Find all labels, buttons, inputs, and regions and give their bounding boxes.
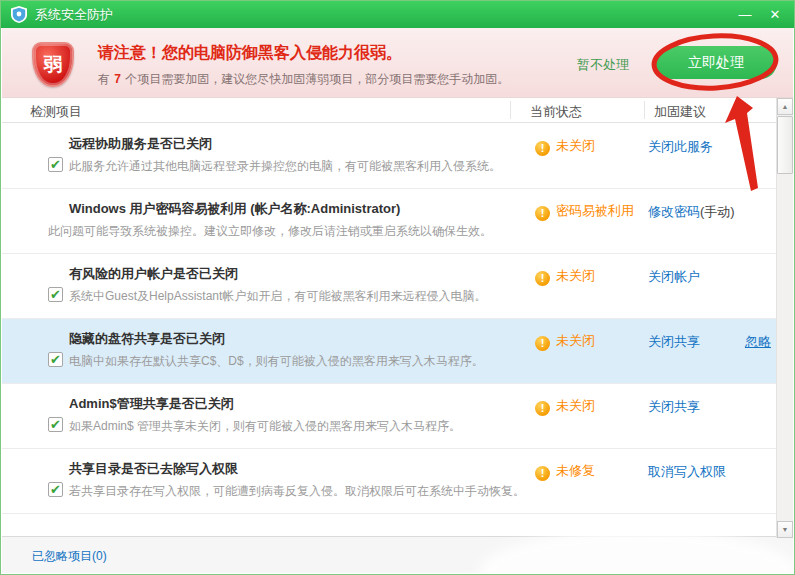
row-description: 电脑中如果存在默认共享C$、D$，则有可能被入侵的黑客用来写入木马程序。	[69, 353, 484, 370]
fix-now-button[interactable]: 立即处理	[655, 46, 777, 79]
row-status-text: 未关闭	[556, 268, 595, 283]
row-action: 关闭共享	[648, 333, 700, 351]
row-action: 关闭共享	[648, 398, 700, 416]
warning-subtitle: 有 7 个项目需要加固，建议您尽快加固薄弱项目，部分项目需要您手动加固。	[98, 71, 509, 88]
warning-title: 请注意！您的电脑防御黑客入侵能力很弱。	[98, 43, 402, 64]
table-row: ✔ 有风险的用户帐户是否已关闭 系统中Guest及HelpAssistant帐户…	[2, 254, 776, 319]
table-row: ✔ 共享目录是否已去除写入权限 若共享目录存在写入权限，可能遭到病毒反复入侵。取…	[2, 449, 776, 514]
row-description: 若共享目录存在写入权限，可能遭到病毒反复入侵。取消权限后可在系统中手动恢复。	[69, 483, 525, 500]
row-checkbox[interactable]: ✔	[48, 482, 63, 497]
row-checkbox[interactable]: ✔	[48, 287, 63, 302]
row-action: 修改密码(手动)	[648, 203, 735, 221]
row-status: !未修复	[535, 462, 595, 481]
weak-item-count: 7	[113, 72, 122, 86]
close-button[interactable]: ✕	[760, 1, 790, 28]
row-status: !密码易被利用	[535, 202, 634, 221]
warning-banner: 弱 请注意！您的电脑防御黑客入侵能力很弱。 有 7 个项目需要加固，建议您尽快加…	[2, 28, 793, 98]
minimize-button[interactable]: —	[730, 1, 760, 28]
weak-shield-icon: 弱	[32, 42, 74, 87]
row-status: !未关闭	[535, 397, 595, 416]
row-action: 关闭帐户	[648, 268, 700, 286]
column-header-item: 检测项目	[30, 103, 82, 121]
scrollbar-thumb[interactable]	[777, 116, 793, 174]
handle-later-link[interactable]: 暂不处理	[577, 56, 629, 74]
row-status: !未关闭	[535, 267, 595, 286]
row-description: 系统中Guest及HelpAssistant帐户如开启，有可能被黑客利用来远程侵…	[69, 288, 486, 305]
row-status-text: 未关闭	[556, 333, 595, 348]
table-row: ✔ Admin$管理共享是否已关闭 如果Admin$ 管理共享未关闭，则有可能被…	[2, 384, 776, 449]
row-title: 隐藏的盘符共享是否已关闭	[69, 330, 225, 348]
row-action: 取消写入权限	[648, 463, 726, 481]
table-row: ✔ 隐藏的盘符共享是否已关闭 电脑中如果存在默认共享C$、D$，则有可能被入侵的…	[2, 319, 776, 384]
row-title: Windows 用户密码容易被利用 (帐户名称:Administrator)	[69, 200, 400, 218]
check-list: ✔ 远程协助服务是否已关闭 此服务允许通过其他电脑远程登录并操控您的电脑，有可能…	[2, 124, 776, 538]
row-checkbox[interactable]: ✔	[48, 352, 63, 367]
row-status-text: 未关闭	[556, 138, 595, 153]
warning-icon: !	[535, 336, 550, 351]
app-window: 系统安全防护 — ✕ 弱 请注意！您的电脑防御黑客入侵能力很弱。 有 7 个项目…	[0, 0, 795, 575]
row-description: 如果Admin$ 管理共享未关闭，则有可能被入侵的黑客用来写入木马程序。	[69, 418, 461, 435]
scroll-up-button[interactable]: ▲	[777, 98, 793, 115]
row-action-link[interactable]: 取消写入权限	[648, 464, 726, 479]
row-status: !未关闭	[535, 332, 595, 351]
row-title: 共享目录是否已去除写入权限	[69, 460, 238, 478]
row-action-link[interactable]: 关闭此服务	[648, 139, 713, 154]
row-action-link[interactable]: 修改密码	[648, 204, 700, 219]
warning-icon: !	[535, 466, 550, 481]
row-action-link[interactable]: 关闭帐户	[648, 269, 700, 284]
title-bar: 系统安全防护 — ✕	[1, 1, 794, 28]
ignore-link[interactable]: 忽略	[745, 333, 771, 351]
row-title: Admin$管理共享是否已关闭	[69, 395, 234, 413]
row-action-suffix: (手动)	[700, 204, 735, 219]
row-status-text: 未修复	[556, 463, 595, 478]
row-description: 此问题可能导致系统被操控。建议立即修改，修改后请注销或重启系统以确保生效。	[48, 223, 492, 240]
scrollbar: ▲ ▼	[776, 98, 793, 538]
app-shield-icon	[11, 6, 27, 23]
row-checkbox[interactable]: ✔	[48, 157, 63, 172]
row-status-text: 未关闭	[556, 398, 595, 413]
row-checkbox[interactable]: ✔	[48, 417, 63, 432]
window-title: 系统安全防护	[35, 6, 113, 24]
table-header: 检测项目 当前状态 加固建议	[2, 98, 776, 123]
scroll-down-button[interactable]: ▼	[777, 521, 793, 538]
row-title: 远程协助服务是否已关闭	[69, 135, 212, 153]
warning-icon: !	[535, 271, 550, 286]
ignored-items-link[interactable]: 已忽略项目(0)	[32, 548, 107, 565]
warning-icon: !	[535, 401, 550, 416]
row-action-link[interactable]: 关闭共享	[648, 334, 700, 349]
warning-icon: !	[535, 141, 550, 156]
warning-icon: !	[535, 206, 550, 221]
row-title: 有风险的用户帐户是否已关闭	[69, 265, 238, 283]
row-status: !未关闭	[535, 137, 595, 156]
row-description: 此服务允许通过其他电脑远程登录并操控您的电脑，有可能被黑客利用入侵系统。	[69, 158, 501, 175]
row-status-text: 密码易被利用	[556, 203, 634, 218]
column-header-advice: 加固建议	[654, 103, 706, 121]
table-row: ✔ 远程协助服务是否已关闭 此服务允许通过其他电脑远程登录并操控您的电脑，有可能…	[2, 124, 776, 189]
bottom-bar: 已忽略项目(0)	[2, 536, 793, 573]
row-action: 关闭此服务	[648, 138, 713, 156]
row-action-link[interactable]: 关闭共享	[648, 399, 700, 414]
column-header-status: 当前状态	[530, 103, 582, 121]
table-row: ✔ Windows 用户密码容易被利用 (帐户名称:Administrator)…	[2, 189, 776, 254]
header-divider	[510, 101, 511, 119]
header-divider	[644, 101, 645, 119]
